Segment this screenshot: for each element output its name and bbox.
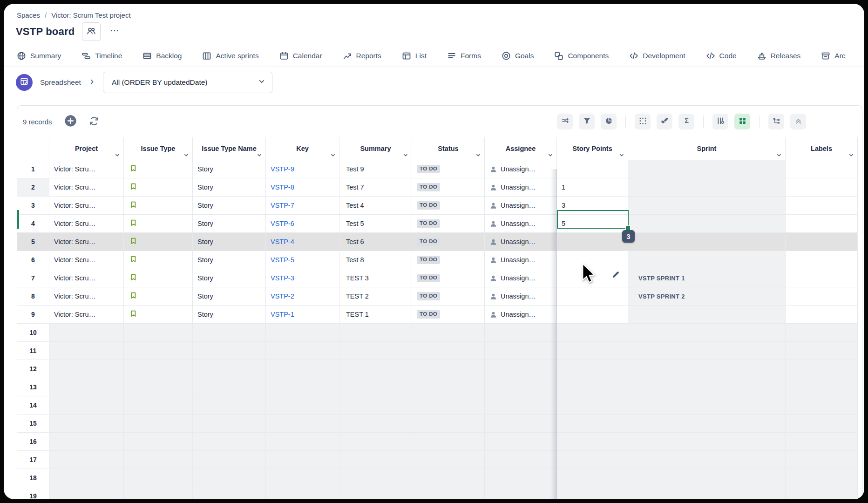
empty-cell[interactable] bbox=[557, 342, 628, 360]
selection-button[interactable] bbox=[635, 114, 651, 129]
empty-cell[interactable] bbox=[124, 378, 193, 396]
empty-cell[interactable] bbox=[266, 451, 339, 469]
sort-chevron-icon[interactable] bbox=[183, 152, 189, 158]
empty-cell[interactable] bbox=[193, 415, 266, 433]
cell-status[interactable]: TO DO bbox=[412, 251, 485, 269]
sort-chevron-icon[interactable] bbox=[115, 152, 120, 158]
cell-labels[interactable] bbox=[786, 215, 858, 233]
cell-sprint[interactable]: VSTP SPRINT 1 bbox=[628, 269, 786, 287]
tab-arc[interactable]: Arc bbox=[821, 51, 845, 61]
cell-issue-type-name[interactable]: Story bbox=[193, 197, 266, 215]
empty-cell[interactable] bbox=[485, 324, 557, 342]
row-number[interactable]: 15 bbox=[17, 415, 49, 433]
column-header-status[interactable]: Status bbox=[412, 137, 485, 160]
empty-cell[interactable] bbox=[339, 324, 412, 342]
cell-key[interactable]: VSTP-9 bbox=[266, 160, 339, 178]
sort-chevron-icon[interactable] bbox=[619, 152, 624, 158]
cell-issue-type-name[interactable]: Story bbox=[193, 215, 266, 233]
empty-cell[interactable] bbox=[412, 415, 485, 433]
cell-summary[interactable]: Test 6 bbox=[339, 233, 412, 251]
cell-story-points[interactable]: 3 bbox=[557, 197, 628, 215]
empty-cell[interactable] bbox=[339, 451, 412, 469]
cell-summary[interactable]: TEST 3 bbox=[339, 269, 412, 287]
empty-cell[interactable] bbox=[266, 433, 339, 451]
tree-button[interactable] bbox=[768, 114, 784, 129]
cell-issue-type[interactable] bbox=[124, 178, 193, 197]
empty-cell[interactable] bbox=[193, 469, 266, 487]
cell-status[interactable]: TO DO bbox=[412, 215, 485, 233]
empty-cell[interactable] bbox=[193, 342, 266, 360]
cell-issue-type-name[interactable]: Story bbox=[193, 233, 266, 251]
pie-chart-button[interactable] bbox=[601, 114, 617, 129]
column-header-assignee[interactable]: Assignee bbox=[485, 137, 557, 160]
sort-chevron-icon[interactable] bbox=[776, 152, 782, 158]
cell-assignee[interactable]: Unassign… bbox=[485, 197, 557, 215]
empty-cell[interactable] bbox=[49, 378, 124, 396]
empty-cell[interactable] bbox=[557, 451, 628, 469]
issue-key-link[interactable]: VSTP-7 bbox=[271, 202, 294, 209]
cell-key[interactable]: VSTP-2 bbox=[266, 287, 339, 306]
filter-button[interactable] bbox=[579, 114, 595, 129]
cell-issue-type-name[interactable]: Story bbox=[193, 178, 266, 197]
cell-issue-type[interactable] bbox=[124, 251, 193, 269]
tab-calendar[interactable]: Calendar bbox=[279, 51, 322, 61]
empty-cell[interactable] bbox=[557, 487, 628, 499]
sort-chevron-icon[interactable] bbox=[475, 152, 481, 158]
cell-assignee[interactable]: Unassign… bbox=[485, 287, 557, 306]
issue-key-link[interactable]: VSTP-8 bbox=[271, 184, 294, 191]
empty-cell[interactable] bbox=[339, 433, 412, 451]
empty-cell[interactable] bbox=[786, 415, 858, 433]
row-number[interactable]: 7 bbox=[17, 269, 49, 287]
empty-cell[interactable] bbox=[124, 342, 193, 360]
cell-project[interactable]: Victor: Scru… bbox=[49, 160, 124, 178]
row-number[interactable]: 4 bbox=[17, 215, 49, 233]
row-number[interactable]: 11 bbox=[17, 342, 49, 360]
empty-cell[interactable] bbox=[628, 342, 786, 360]
cell-labels[interactable] bbox=[786, 233, 858, 251]
row-number[interactable]: 2 bbox=[17, 178, 49, 197]
cell-story-points[interactable] bbox=[557, 233, 628, 251]
cell-sprint[interactable] bbox=[628, 215, 786, 233]
empty-cell[interactable] bbox=[193, 433, 266, 451]
cell-labels[interactable] bbox=[786, 269, 858, 287]
row-number[interactable]: 19 bbox=[17, 487, 49, 499]
tab-releases[interactable]: Releases bbox=[757, 51, 801, 61]
empty-cell[interactable] bbox=[266, 360, 339, 378]
sort-chevron-icon[interactable] bbox=[403, 152, 408, 158]
empty-cell[interactable] bbox=[485, 396, 557, 415]
empty-cell[interactable] bbox=[266, 378, 339, 396]
row-number[interactable]: 18 bbox=[17, 469, 49, 487]
empty-cell[interactable] bbox=[124, 324, 193, 342]
empty-cell[interactable] bbox=[193, 396, 266, 415]
tab-forms[interactable]: Forms bbox=[447, 51, 481, 61]
cell-story-points[interactable] bbox=[557, 287, 628, 306]
empty-cell[interactable] bbox=[628, 396, 786, 415]
cell-status[interactable]: TO DO bbox=[412, 178, 485, 197]
row-number[interactable]: 9 bbox=[17, 306, 49, 324]
empty-cell[interactable] bbox=[124, 487, 193, 499]
empty-cell[interactable] bbox=[266, 342, 339, 360]
empty-cell[interactable] bbox=[628, 487, 786, 499]
view-selector-dropdown[interactable]: All (ORDER BY updatedDate) bbox=[103, 72, 272, 93]
sort-chevron-icon[interactable] bbox=[848, 152, 854, 158]
cell-assignee[interactable]: Unassign… bbox=[485, 251, 557, 269]
issue-key-link[interactable]: VSTP-6 bbox=[271, 220, 294, 227]
cell-assignee[interactable]: Unassign… bbox=[485, 269, 557, 287]
empty-cell[interactable] bbox=[786, 469, 858, 487]
breadcrumb-project[interactable]: Victor: Scrum Test project bbox=[51, 11, 130, 19]
tab-summary[interactable]: Summary bbox=[17, 51, 61, 61]
empty-cell[interactable] bbox=[485, 378, 557, 396]
tab-reports[interactable]: Reports bbox=[343, 51, 381, 61]
cell-labels[interactable] bbox=[786, 160, 858, 178]
cell-project[interactable]: Victor: Scru… bbox=[49, 233, 124, 251]
empty-cell[interactable] bbox=[628, 360, 786, 378]
refresh-button[interactable] bbox=[89, 116, 99, 128]
empty-cell[interactable] bbox=[485, 451, 557, 469]
sort-chevron-icon[interactable] bbox=[548, 152, 553, 158]
empty-cell[interactable] bbox=[412, 487, 485, 499]
cell-summary[interactable]: Test 5 bbox=[339, 215, 412, 233]
issue-key-link[interactable]: VSTP-2 bbox=[271, 292, 294, 300]
cell-labels[interactable] bbox=[786, 306, 858, 324]
cell-key[interactable]: VSTP-1 bbox=[266, 306, 339, 324]
empty-cell[interactable] bbox=[193, 360, 266, 378]
